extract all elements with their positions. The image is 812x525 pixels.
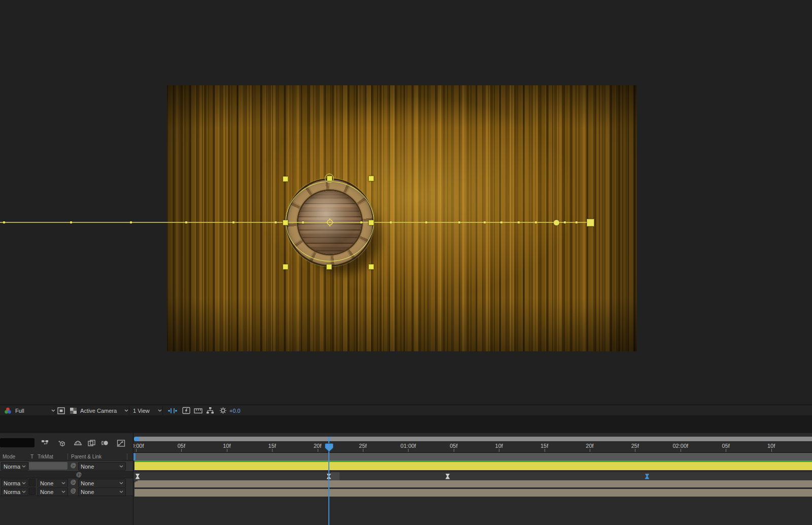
graph-editor-button[interactable] (116, 439, 125, 447)
graph-editor-icon (117, 439, 125, 447)
view-layout-dropdown[interactable]: 1 View (133, 405, 159, 416)
work-area-bar[interactable] (133, 453, 812, 461)
ruler-tick (408, 449, 409, 452)
resolution-dropdown[interactable]: Full (15, 405, 55, 416)
motion-path-dot (185, 221, 187, 223)
motion-path-dot (3, 221, 5, 223)
motion-path-dot (232, 221, 234, 223)
reset-exposure-button[interactable] (219, 405, 227, 416)
timeline-panel: Mode T TrkMat Parent & Link Norma @ None… (0, 433, 812, 525)
blend-mode-dropdown[interactable]: Norma (1, 479, 28, 487)
parent-dropdown[interactable]: None (78, 462, 126, 471)
motion-blur-button[interactable] (100, 439, 109, 447)
motion-path-dot (458, 221, 460, 223)
trkmat-cell-empty (29, 462, 67, 470)
column-trkmat[interactable]: TrkMat (38, 454, 53, 460)
fast-previews-button[interactable] (182, 405, 190, 416)
chevron-down-icon (119, 482, 123, 484)
fast-previews-icon (182, 407, 190, 414)
current-time-display[interactable] (0, 438, 35, 447)
ruler-tick (590, 449, 590, 452)
comp-flowchart-button[interactable] (206, 405, 214, 416)
adjust-exposure-field[interactable]: +0.0 (229, 405, 241, 416)
position-keyframe-track[interactable] (133, 472, 812, 480)
3d-view-dropdown[interactable]: Active Camera (80, 405, 127, 416)
transparency-grid-button[interactable] (70, 405, 77, 416)
layer-3-duration-bar[interactable] (134, 489, 812, 497)
ruler-tick (227, 449, 227, 452)
layer-row-3[interactable]: Norma None @ None (0, 487, 133, 496)
motion-path-dot (484, 221, 486, 223)
trkmat-dropdown[interactable]: None (38, 487, 68, 496)
selection-handle[interactable] (283, 264, 288, 270)
composition-canvas[interactable] (167, 85, 637, 351)
pickwhip-icon[interactable]: @ (71, 479, 76, 485)
motion-path-end-keyframe[interactable] (587, 219, 594, 226)
draft-3d-button[interactable] (57, 439, 66, 447)
selection-handle[interactable] (368, 220, 374, 225)
property-row-position[interactable]: @ (0, 472, 133, 478)
preserve-transparency-box[interactable] (29, 487, 36, 495)
parent-dropdown[interactable]: None (78, 479, 126, 487)
chevron-down-icon (119, 490, 123, 493)
selection-handle[interactable] (368, 264, 374, 270)
ruler-label: 0:00f (133, 443, 144, 449)
blend-mode-value: Norma (4, 488, 20, 496)
blend-mode-dropdown[interactable]: Norma (1, 487, 28, 496)
playhead-handle[interactable] (325, 443, 333, 452)
ruler-tick (681, 449, 681, 452)
pickwhip-icon[interactable]: @ (71, 462, 76, 468)
frame-blending-icon (87, 439, 96, 447)
composition-viewer-panel (0, 0, 812, 405)
ruler-tick (771, 449, 772, 452)
work-area-start-handle[interactable] (133, 453, 136, 461)
show-channel-button[interactable] (4, 405, 12, 416)
timeline-navigator-bar[interactable] (134, 437, 812, 441)
trkmat-dropdown[interactable]: None (38, 479, 68, 487)
selection-handle[interactable] (368, 176, 374, 181)
ruler-tick (318, 449, 318, 452)
checkerboard-icon (70, 407, 77, 414)
layer-1-duration-bar[interactable] (134, 461, 812, 470)
shy-icon (74, 439, 82, 447)
selection-handle[interactable] (327, 176, 332, 181)
navigator-start-handle[interactable] (134, 437, 139, 441)
layer-row-1[interactable]: Norma @ None (0, 461, 133, 472)
blend-mode-dropdown[interactable]: Norma (1, 462, 28, 471)
layer-row-2[interactable]: Norma None @ None (0, 478, 133, 487)
motion-path-keyframe-dot[interactable] (554, 220, 559, 225)
shy-button[interactable] (73, 439, 82, 447)
pickwhip-icon[interactable]: @ (71, 487, 76, 494)
region-of-interest-button[interactable] (57, 405, 65, 416)
pixel-aspect-correction-button[interactable] (167, 405, 178, 416)
ruler-label: 20f (586, 443, 593, 449)
column-parent-link[interactable]: Parent & Link (71, 454, 101, 460)
chevron-down-icon (119, 465, 123, 468)
selection-handle[interactable] (283, 220, 288, 225)
chevron-down-icon (61, 482, 65, 484)
layer-2-duration-bar[interactable] (134, 480, 812, 487)
preserve-transparency-box[interactable] (29, 479, 36, 486)
ruler-label: 20f (314, 443, 321, 449)
layer-in-point-notch (134, 480, 138, 482)
timeline-button[interactable] (194, 405, 202, 416)
ruler-tick (363, 449, 363, 452)
frame-blending-button[interactable] (87, 439, 96, 447)
playhead-line[interactable] (328, 441, 329, 525)
parent-dropdown[interactable]: None (78, 487, 126, 496)
pane-divider[interactable] (133, 433, 133, 525)
selection-handle[interactable] (326, 264, 332, 270)
ruler-label: 10f (495, 443, 503, 449)
motion-path-dot (70, 221, 72, 223)
column-mode[interactable]: Mode (3, 454, 15, 460)
column-t[interactable]: T (30, 454, 33, 460)
time-ruler[interactable]: 0:00f05f10f15f20f25f01:00f05f10f15f20f25… (133, 433, 812, 453)
ruler-tick (272, 449, 273, 452)
comp-mini-flowchart-button[interactable] (41, 439, 50, 447)
column-divider (67, 453, 68, 460)
ruler-label: 15f (268, 443, 276, 449)
selection-handle[interactable] (283, 176, 288, 182)
mini-timeline-icon (194, 407, 202, 414)
property-pickwhip-icon[interactable]: @ (76, 471, 82, 477)
anchor-point-icon[interactable] (325, 218, 334, 227)
